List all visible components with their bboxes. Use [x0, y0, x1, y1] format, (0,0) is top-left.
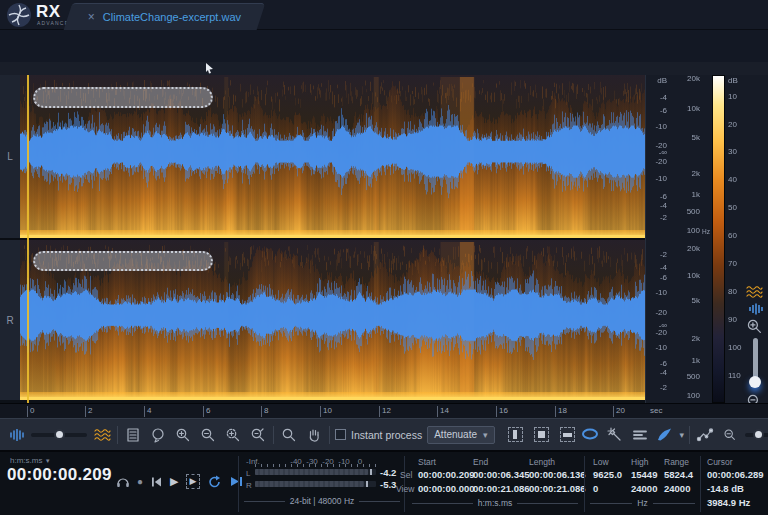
layers-list-button[interactable]: [123, 425, 143, 445]
monitor-headphones-icon[interactable]: [116, 475, 130, 488]
frequency-selection-tool[interactable]: [560, 427, 575, 442]
status-bar: h:m:s.ms ▼ 00:00:00.209 ● ▶ ▶ -Inf. -40 …: [0, 450, 768, 515]
view-row-label: View: [396, 484, 414, 494]
harmonic-selection-tool[interactable]: [630, 425, 650, 445]
lasso-selection-tool[interactable]: [580, 425, 600, 445]
freq-tick: 500: [670, 372, 700, 381]
waveform-view-icon[interactable]: [748, 303, 763, 315]
magnify-tool-button[interactable]: [279, 425, 299, 445]
amp-tick: -20: [645, 157, 667, 166]
edit-nodes-tool[interactable]: [695, 425, 715, 445]
freq-low-view[interactable]: 0: [593, 483, 598, 494]
sel-end-value[interactable]: 00:00:06.345: [473, 469, 530, 480]
brush-selection-tool[interactable]: [655, 425, 675, 445]
vertical-zoom-slider-knob[interactable]: [749, 376, 761, 388]
freq-tick: 20k: [670, 244, 700, 253]
spectrogram-view-icon[interactable]: [746, 285, 763, 298]
spectral-selection-right[interactable]: [33, 251, 213, 271]
sel-header-length: Length: [529, 457, 555, 467]
time-selection-tool[interactable]: [508, 427, 523, 442]
selection-cursor-marker: [205, 63, 215, 74]
zoom-out-button[interactable]: [198, 425, 218, 445]
zoom-selection-button[interactable]: [223, 425, 243, 445]
zoom-in-button[interactable]: [173, 425, 193, 445]
horizontal-zoom-knob[interactable]: [753, 429, 764, 440]
freq-high-view[interactable]: 24000: [631, 483, 657, 494]
colormap-tick: 40: [728, 175, 748, 184]
freq-header-range: Range: [664, 457, 689, 467]
wave-spectrogram-blend-slider[interactable]: [31, 433, 87, 437]
freq-tick: 100: [670, 391, 700, 400]
freq-low-value[interactable]: 9625.0: [593, 469, 622, 480]
freq-tick: 2k: [670, 169, 700, 178]
playhead-time-display[interactable]: 00:00:00.209: [7, 465, 112, 485]
loop-playback-button[interactable]: [207, 475, 222, 489]
time-frequency-selection-glyph: [538, 431, 545, 438]
module-dropdown[interactable]: Attenuate ▾: [427, 426, 494, 444]
channel-left-text: L: [7, 151, 13, 162]
amp-tick: -4: [645, 368, 667, 377]
instant-process-checkbox[interactable]: [335, 429, 346, 440]
zoom-fit-button[interactable]: [248, 425, 268, 445]
freq-range-view[interactable]: 24000: [664, 483, 690, 494]
meter-bar-right: [255, 481, 376, 487]
colormap-tick: 10: [728, 92, 748, 101]
sel-header-start: Start: [418, 457, 436, 467]
amp-tick: -10: [645, 343, 667, 352]
time-ruler[interactable]: 0 2 4 6 8 10 12 14 16 18 20 sec: [0, 403, 768, 418]
view-start-value[interactable]: 00:00:00.000: [418, 483, 475, 494]
ruler-tick: 6: [203, 406, 210, 417]
blend-slider-knob[interactable]: [54, 429, 65, 440]
meter-peak-right[interactable]: -5.3: [380, 479, 396, 490]
play-button[interactable]: ▶: [170, 475, 178, 488]
colormap-tick: 50: [728, 203, 748, 212]
view-end-value[interactable]: 00:00:21.086: [473, 483, 530, 494]
sel-start-value[interactable]: 00:00:00.209: [418, 469, 475, 480]
selection-unit-text: h:m:s.ms: [478, 498, 512, 508]
horizontal-zoom-slider[interactable]: [745, 433, 768, 437]
magic-wand-tool[interactable]: [605, 425, 625, 445]
title-bar: RX ADVANCED × ClimateChange-excerpt.wav: [0, 0, 768, 30]
play-selection-button[interactable]: ▶: [186, 474, 201, 489]
brush-dropdown-chevron-icon[interactable]: ▾: [680, 430, 685, 440]
sel-row-label: Sel: [400, 470, 412, 480]
freq-unit-footer: Hz: [590, 498, 695, 508]
file-tab[interactable]: × ClimateChange-excerpt.wav: [64, 3, 266, 30]
time-frequency-selection-tool[interactable]: [534, 427, 549, 442]
audio-format-label: 24-bit | 48000 Hz: [244, 496, 400, 506]
play-from-selection-button[interactable]: [229, 475, 244, 488]
colormap-tick: 110: [728, 371, 748, 380]
app-logo-text: RX: [36, 2, 61, 22]
freq-high-value[interactable]: 15449: [631, 469, 657, 480]
amp-tick: -∞: [645, 148, 667, 157]
tab-close-icon[interactable]: ×: [88, 10, 95, 24]
spectral-selection-left[interactable]: [33, 87, 213, 108]
freq-tick: 100: [670, 226, 700, 235]
annotation-button[interactable]: [148, 425, 168, 445]
ruler-tick: 8: [261, 406, 268, 417]
colormap-tick: 60: [728, 231, 748, 240]
vertical-zoom-in-icon[interactable]: [746, 318, 763, 335]
amp-tick: -4: [645, 201, 667, 210]
amp-tick: -4: [645, 93, 667, 102]
sel-length-value[interactable]: 00:00:06.136: [529, 469, 586, 480]
amp-scale-unit-left: dB: [645, 76, 667, 85]
hand-tool-button[interactable]: [304, 425, 324, 445]
time-format-selector[interactable]: h:m:s.ms ▼: [10, 456, 51, 465]
meter-peak-left[interactable]: -4.2: [380, 467, 396, 478]
time-format-label: h:m:s.ms: [10, 456, 42, 465]
amp-tick: -2: [645, 250, 667, 259]
horizontal-zoom-out-icon[interactable]: [720, 425, 740, 445]
marker-lane[interactable]: [0, 62, 768, 75]
amp-tick: -10: [645, 174, 667, 183]
freq-range-value[interactable]: 5824.4: [664, 469, 693, 480]
cursor-time-value: 00:00:06.289: [707, 469, 764, 480]
view-length-value[interactable]: 00:00:21.086: [529, 483, 586, 494]
skip-to-start-button[interactable]: [150, 476, 163, 488]
selection-unit-label: h:m:s.ms: [412, 498, 578, 508]
playhead-line[interactable]: [27, 75, 29, 403]
record-button[interactable]: ●: [137, 476, 143, 487]
ruler-tick: 18: [555, 406, 567, 417]
time-selection-glyph: [513, 430, 517, 439]
toolbar-separator: [273, 426, 274, 444]
